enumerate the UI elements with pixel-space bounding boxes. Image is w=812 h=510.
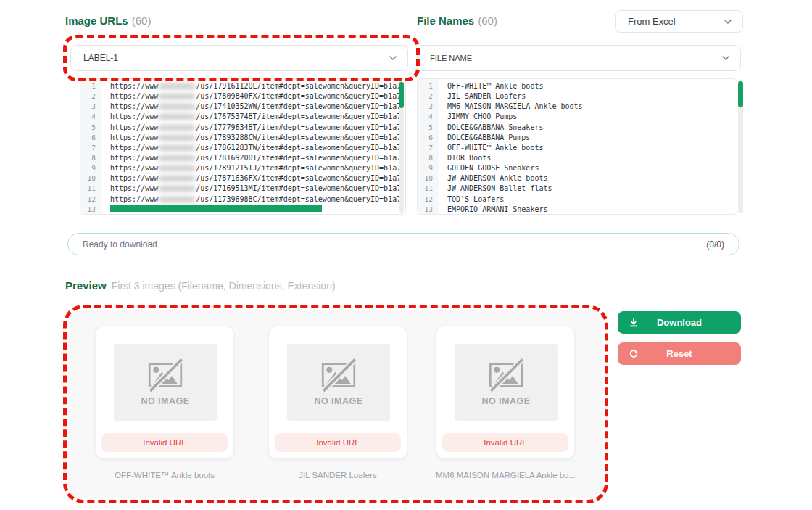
line-number: 2 bbox=[80, 91, 102, 102]
filename-text: MM6 MAISON MARGIELA Ankle boots bbox=[439, 102, 737, 112]
url-prefix: https://www bbox=[110, 174, 158, 182]
url-prefix: https://www bbox=[110, 144, 158, 152]
line-number: 6 bbox=[80, 133, 102, 143]
blurred-domain bbox=[159, 155, 195, 161]
progress-status: Ready to download bbox=[83, 239, 157, 250]
filename-text: JIL SANDER Loafers bbox=[439, 91, 737, 102]
preview-item: NO IMAGEInvalid URLMM6 MAISON MARGIELA A… bbox=[436, 326, 575, 480]
url-path: /us/17893288CW/item#dept=salewomen&query… bbox=[196, 133, 401, 141]
reset-button[interactable]: Reset bbox=[618, 342, 741, 365]
reset-icon bbox=[629, 349, 639, 359]
url-prefix: https://www bbox=[110, 195, 158, 203]
filename-column-select-value: FILE NAME bbox=[430, 54, 472, 62]
url-line: 4https://www/us/17675374BT/item#dept=sal… bbox=[80, 112, 405, 122]
url-line: 1https://www/us/17916112QL/item#dept=sal… bbox=[80, 81, 405, 91]
url-line: 9https://www/us/17891215TJ/item#dept=sal… bbox=[80, 163, 405, 173]
url-path: /us/17410352WW/item#dept=salewomen&query… bbox=[196, 102, 401, 110]
url-prefix: https://www bbox=[110, 164, 158, 172]
url-text: https://www/us/17809840FX/item#dept=sale… bbox=[102, 91, 405, 102]
line-number: 3 bbox=[80, 102, 102, 112]
filename-text: OFF-WHITE™ Ankle boots bbox=[439, 143, 737, 153]
filename-list-editor[interactable]: 1OFF-WHITE™ Ankle boots2JIL SANDER Loafe… bbox=[417, 78, 737, 215]
blurred-domain bbox=[159, 197, 195, 202]
no-image-icon bbox=[485, 358, 527, 393]
url-line: 12https://www/us/11739698BC/item#dept=sa… bbox=[80, 194, 405, 205]
url-text: https://www/us/17410352WW/item#dept=sale… bbox=[102, 102, 405, 112]
blurred-domain bbox=[159, 114, 195, 120]
line-number: 7 bbox=[418, 143, 439, 153]
url-line: 10https://www/us/17871636FX/item#dept=sa… bbox=[80, 173, 405, 184]
filename-text: JW ANDERSON Ankle boots bbox=[439, 173, 737, 184]
url-text: https://www/us/17891215TJ/item#dept=sale… bbox=[102, 163, 405, 173]
scrollbar-thumb[interactable] bbox=[738, 81, 743, 107]
url-column-select-value: LABEL-1 bbox=[83, 53, 118, 63]
url-text: https://www/us/17169513MI/item#dept=sale… bbox=[102, 184, 405, 194]
blurred-domain bbox=[159, 145, 195, 151]
line-number: 6 bbox=[418, 133, 439, 143]
filename-text: GOLDEN GOOSE Sneakers bbox=[439, 163, 737, 173]
preview-subtitle: First 3 images (Filename, Dimensions, Ex… bbox=[112, 280, 336, 292]
invalid-url-badge: Invalid URL bbox=[275, 433, 401, 452]
url-path: /us/17675374BT/item#dept=salewomen&query… bbox=[196, 112, 401, 120]
filename-text: DOLCE&GABBANA Pumps bbox=[439, 133, 737, 143]
source-select-value: From Excel bbox=[628, 16, 676, 27]
filename-text: JIMMY CHOO Pumps bbox=[439, 112, 737, 122]
url-list-editor[interactable]: 1https://www/us/17916112QL/item#dept=sal… bbox=[80, 78, 406, 215]
url-line: 8https://www/us/178169200I/item#dept=sal… bbox=[80, 153, 405, 163]
image-placeholder: NO IMAGE bbox=[287, 344, 390, 421]
url-path: /us/178169200I/item#dept=salewomen&query… bbox=[196, 154, 401, 162]
url-text: https://www/us/17893288CW/item#dept=sale… bbox=[102, 133, 405, 143]
filename-line: 4JIMMY CHOO Pumps bbox=[418, 112, 737, 122]
chevron-down-icon bbox=[721, 54, 730, 62]
url-line: 5https://www/us/17779634BT/item#dept=sal… bbox=[80, 123, 405, 133]
filename-text: EMPORIO ARMANI Sneakers bbox=[439, 205, 737, 215]
url-text bbox=[102, 205, 405, 215]
filename-line: 13EMPORIO ARMANI Sneakers bbox=[418, 205, 737, 215]
url-text: https://www/us/11739698BC/item#dept=sale… bbox=[102, 194, 405, 205]
chevron-down-icon bbox=[389, 54, 397, 62]
file-names-count: (60) bbox=[478, 15, 497, 27]
preview-card: NO IMAGEInvalid URL bbox=[436, 326, 575, 459]
image-urls-count: (60) bbox=[132, 15, 152, 27]
url-prefix: https://www bbox=[110, 123, 158, 131]
url-prefix: https://www bbox=[110, 102, 158, 110]
line-number: 8 bbox=[80, 153, 102, 163]
url-path: /us/17169513MI/item#dept=salewomen&query… bbox=[196, 184, 401, 192]
url-prefix: https://www bbox=[110, 112, 158, 120]
line-number: 10 bbox=[418, 173, 439, 184]
filename-column-select[interactable]: FILE NAME bbox=[417, 45, 741, 71]
preview-heading: PreviewFirst 3 images (Filename, Dimensi… bbox=[65, 279, 336, 292]
url-path: /us/17809840FX/item#dept=salewomen&query… bbox=[196, 92, 401, 100]
filename-text: OFF-WHITE™ Ankle boots bbox=[439, 81, 737, 91]
url-path: /us/17861283TW/item#dept=salewomen&query… bbox=[196, 144, 401, 152]
url-line: 6https://www/us/17893288CW/item#dept=sal… bbox=[80, 133, 405, 143]
url-column-select[interactable]: LABEL-1 bbox=[70, 45, 408, 71]
line-number: 5 bbox=[80, 123, 102, 133]
preview-caption: MM6 MAISON MARGIELA Ankle bo... bbox=[436, 471, 575, 480]
no-image-icon bbox=[318, 358, 360, 393]
url-text: https://www/us/17861283TW/item#dept=sale… bbox=[102, 143, 405, 153]
url-list-scrollbar[interactable] bbox=[399, 81, 404, 213]
preview-title: Preview bbox=[65, 279, 107, 292]
preview-card: NO IMAGEInvalid URL bbox=[95, 326, 234, 459]
filename-line: 12TOD'S Loafers bbox=[418, 194, 737, 205]
line-number: 8 bbox=[418, 153, 439, 163]
url-prefix: https://www bbox=[110, 82, 158, 90]
invalid-url-badge: Invalid URL bbox=[102, 433, 228, 452]
source-select[interactable]: From Excel bbox=[615, 10, 743, 33]
scrollbar-thumb[interactable] bbox=[399, 82, 404, 108]
download-button[interactable]: Download bbox=[618, 311, 741, 334]
no-image-label: NO IMAGE bbox=[314, 396, 362, 406]
chevron-down-icon bbox=[724, 17, 732, 26]
filename-line: 8DIOR Boots bbox=[418, 153, 737, 163]
line-number: 5 bbox=[418, 123, 439, 133]
blurred-domain bbox=[159, 176, 195, 181]
line-number: 13 bbox=[418, 205, 439, 215]
url-line: 7https://www/us/17861283TW/item#dept=sal… bbox=[80, 143, 405, 153]
line-number: 12 bbox=[80, 194, 102, 205]
line-number: 9 bbox=[80, 163, 102, 173]
line-number: 1 bbox=[80, 81, 102, 91]
no-image-icon bbox=[144, 358, 186, 393]
filename-list-scrollbar[interactable] bbox=[738, 80, 743, 213]
filename-line: 3MM6 MAISON MARGIELA Ankle boots bbox=[418, 102, 737, 112]
